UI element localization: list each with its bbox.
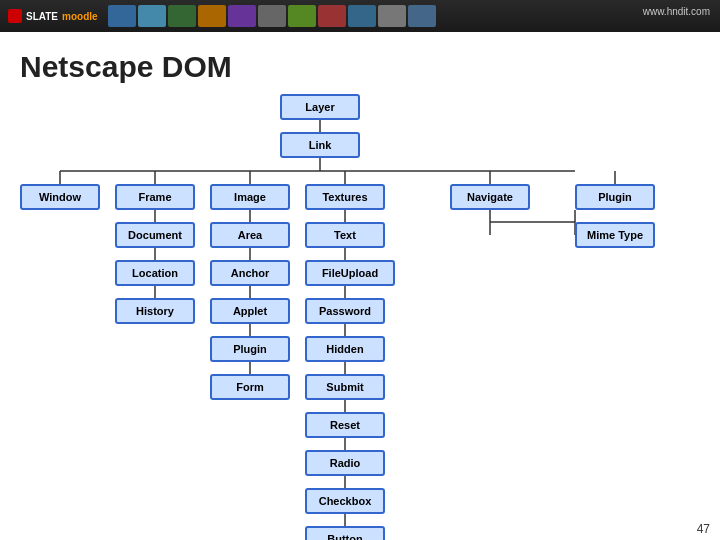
- dom-box-layer: Layer: [280, 94, 360, 120]
- header-images: [108, 5, 436, 27]
- dom-box-plugin: Plugin: [210, 336, 290, 362]
- dom-box-applet: Applet: [210, 298, 290, 324]
- dom-box-location: Location: [115, 260, 195, 286]
- dom-box-history: History: [115, 298, 195, 324]
- main-content: Netscape DOM: [0, 32, 720, 540]
- website-url: www.hndit.com: [643, 6, 710, 17]
- dom-box-plugin_r: Plugin: [575, 184, 655, 210]
- dom-box-fileupload: FileUpload: [305, 260, 395, 286]
- dom-box-text: Text: [305, 222, 385, 248]
- dom-box-image: Image: [210, 184, 290, 210]
- dom-box-form: Form: [210, 374, 290, 400]
- dom-box-area: Area: [210, 222, 290, 248]
- dom-box-textures: Textures: [305, 184, 385, 210]
- dom-box-navigate: Navigate: [450, 184, 530, 210]
- dom-box-frame: Frame: [115, 184, 195, 210]
- dom-box-document: Document: [115, 222, 195, 248]
- dom-box-checkbox: Checkbox: [305, 488, 385, 514]
- dom-box-password: Password: [305, 298, 385, 324]
- dom-box-reset: Reset: [305, 412, 385, 438]
- page-title: Netscape DOM: [20, 50, 700, 84]
- header-logo: SLATE moodle: [8, 9, 98, 23]
- dom-box-submit: Submit: [305, 374, 385, 400]
- dom-box-link: Link: [280, 132, 360, 158]
- header-bar: SLATE moodle www.hndit.com: [0, 0, 720, 32]
- dom-box-hidden: Hidden: [305, 336, 385, 362]
- dom-box-window: Window: [20, 184, 100, 210]
- dom-box-radio: Radio: [305, 450, 385, 476]
- logo-text: SLATE: [26, 11, 58, 22]
- page-number: 47: [697, 522, 710, 536]
- dom-tree: LayerLinkWindowFrameImageTexturesNavigat…: [20, 94, 700, 540]
- logo-moodle: moodle: [62, 11, 98, 22]
- dom-box-anchor: Anchor: [210, 260, 290, 286]
- dom-box-mimetype: Mime Type: [575, 222, 655, 248]
- dom-box-button: Button: [305, 526, 385, 540]
